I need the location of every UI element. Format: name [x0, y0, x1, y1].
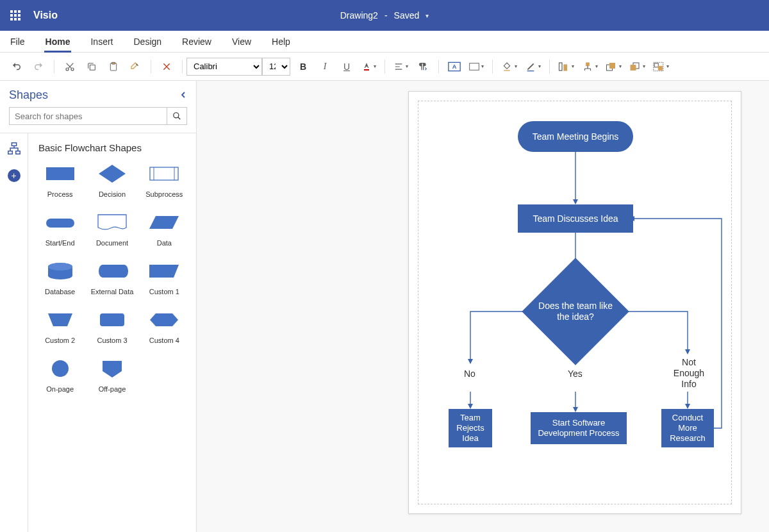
shape-label: Data [157, 239, 172, 247]
stencil-flowchart-button[interactable] [5, 140, 23, 158]
font-color-button[interactable]: ▾ [360, 58, 378, 76]
menu-item-file[interactable]: File [9, 33, 26, 52]
startend-icon [44, 211, 76, 234]
shape-custom4[interactable]: Custom 4 [140, 308, 188, 344]
svg-rect-16 [658, 66, 662, 70]
terminator-node[interactable]: Team Meeting Begins [518, 121, 633, 152]
svg-rect-5 [449, 62, 460, 71]
process-node-research[interactable]: Conduct More Research [661, 409, 714, 447]
shape-subprocess[interactable]: Subprocess [140, 162, 188, 198]
main-area: Shapes + Basic Flowchart Shapes ProcessD… [0, 81, 769, 532]
group-button[interactable]: ▾ [651, 58, 671, 76]
process-node-develop[interactable]: Start Software Development Process [531, 412, 627, 444]
shape-custom2[interactable]: Custom 2 [36, 308, 84, 344]
ribbon-toolbar: Calibri 12 B I U ▾ ▾ A ▾ ▾ ▾ ▾ ▾ ▾ ▾ ▾ [0, 53, 769, 81]
italic-button[interactable]: I [316, 58, 334, 76]
shape-label: Custom 4 [149, 337, 179, 344]
shape-offpage[interactable]: Off-page [88, 357, 136, 393]
subprocess-icon [148, 162, 180, 185]
shapes-panel: Shapes + Basic Flowchart Shapes ProcessD… [0, 81, 197, 532]
send-back-button[interactable]: ▾ [627, 58, 647, 76]
search-input[interactable] [9, 107, 167, 125]
shape-custom1[interactable]: Custom 1 [140, 260, 188, 295]
document-title-dropdown[interactable]: Drawing2 - Saved ▾ [340, 10, 429, 21]
shape-label: Document [96, 239, 128, 247]
font-name-select[interactable]: Calibri [186, 58, 262, 76]
copy-button[interactable] [83, 58, 101, 76]
data-icon [148, 211, 180, 234]
svg-marker-46 [685, 349, 690, 354]
cut-button[interactable] [61, 58, 79, 76]
svg-marker-39 [468, 359, 473, 364]
font-picker[interactable]: Calibri 12 [186, 58, 290, 76]
svg-rect-19 [12, 143, 16, 146]
svg-rect-2 [90, 65, 95, 70]
shape-decision[interactable]: Decision [88, 162, 136, 198]
process-node-discuss[interactable]: Team Discusses Idea [518, 204, 633, 233]
shape-onpage[interactable]: On-page [36, 357, 84, 393]
delete-button[interactable] [158, 58, 176, 76]
redo-button[interactable] [29, 58, 47, 76]
branch-label-notenough: Not Enough Info [670, 357, 708, 389]
arrange-align-button[interactable]: ▾ [556, 58, 576, 76]
svg-marker-28 [149, 216, 179, 229]
collapse-panel-button[interactable] [179, 90, 187, 101]
custom2-icon [44, 308, 76, 331]
canvas[interactable]: Team Meeting Begins Team Discusses Idea … [197, 81, 769, 532]
shape-label: Database [45, 288, 75, 295]
svg-rect-7 [470, 63, 479, 70]
custom1-icon [148, 260, 180, 283]
text-direction-button[interactable] [414, 58, 432, 76]
svg-rect-12 [609, 63, 615, 69]
svg-marker-36 [573, 199, 578, 204]
add-stencil-button[interactable]: + [8, 169, 21, 182]
line-color-button[interactable]: ▾ [523, 58, 543, 76]
font-size-select[interactable]: 12 [262, 58, 290, 76]
svg-text:A: A [452, 63, 457, 70]
svg-rect-20 [8, 151, 12, 154]
search-button[interactable] [167, 107, 187, 125]
drawing-page[interactable]: Team Meeting Begins Team Discusses Idea … [408, 91, 741, 514]
undo-button[interactable] [8, 58, 26, 76]
shape-label: Custom 1 [149, 288, 179, 295]
svg-point-1 [71, 68, 74, 71]
shape-custom3[interactable]: Custom 3 [88, 308, 136, 344]
paste-button[interactable] [104, 58, 122, 76]
shape-fill-button[interactable]: ▾ [499, 58, 519, 76]
format-painter-button[interactable] [126, 58, 144, 76]
menu-item-help[interactable]: Help [270, 33, 292, 52]
align-button[interactable]: ▾ [392, 58, 410, 76]
svg-rect-14 [631, 65, 636, 71]
shape-insert-button[interactable]: ▾ [467, 58, 486, 76]
svg-rect-3 [110, 63, 116, 70]
branch-label-no: No [464, 369, 475, 379]
database-icon [44, 260, 76, 283]
menu-item-design[interactable]: Design [132, 33, 163, 52]
underline-button[interactable]: U [338, 58, 356, 76]
shape-startend[interactable]: Start/End [36, 211, 84, 247]
decision-node[interactable]: Does the team like the idea? [524, 260, 627, 363]
document-icon [96, 211, 128, 234]
arrange-position-button[interactable]: ▾ [580, 58, 600, 76]
shape-data[interactable]: Data [140, 211, 188, 247]
app-name: Visio [31, 10, 58, 21]
menu-item-view[interactable]: View [231, 33, 252, 52]
text-box-button[interactable]: A [445, 58, 463, 76]
shape-externaldata[interactable]: External Data [88, 260, 136, 295]
process-node-reject[interactable]: Team Rejects Idea [449, 409, 492, 447]
shape-database[interactable]: Database [36, 260, 84, 295]
menu-item-home[interactable]: Home [44, 33, 72, 52]
bold-button[interactable]: B [294, 58, 312, 76]
shape-label: Process [47, 190, 73, 198]
chevron-down-icon: ▾ [426, 12, 429, 19]
shape-process[interactable]: Process [36, 162, 84, 198]
shape-label: Decision [99, 190, 126, 198]
menu-item-insert[interactable]: Insert [89, 33, 114, 52]
svg-marker-30 [149, 265, 179, 278]
svg-marker-48 [685, 404, 690, 409]
menu-item-review[interactable]: Review [181, 33, 213, 52]
shape-document[interactable]: Document [88, 211, 136, 247]
bring-front-button[interactable]: ▾ [604, 58, 624, 76]
offpage-icon [96, 357, 128, 380]
app-launcher-button[interactable] [0, 0, 31, 31]
